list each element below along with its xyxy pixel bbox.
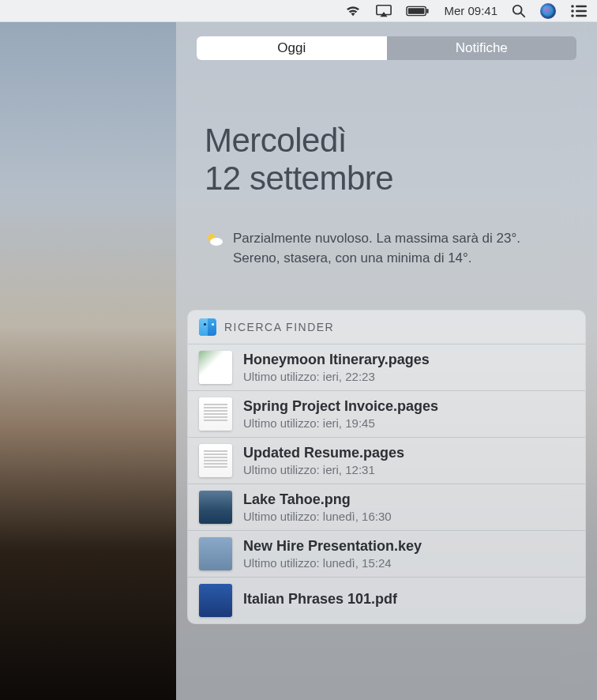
file-meta: Ultimo utilizzo: ieri, 12:31 <box>243 463 574 476</box>
file-meta: Ultimo utilizzo: lunedì, 16:30 <box>243 510 574 523</box>
svg-point-10 <box>571 14 574 17</box>
file-row[interactable]: Updated Resume.pages Ultimo utilizzo: ie… <box>188 437 585 484</box>
date-full: 12 settembre <box>205 160 569 198</box>
file-list: Honeymoon Itinerary.pages Ultimo utilizz… <box>188 344 585 623</box>
wifi-icon[interactable] <box>344 0 362 21</box>
svg-point-13 <box>210 238 223 246</box>
svg-rect-9 <box>576 9 587 11</box>
spotlight-search-icon[interactable] <box>512 0 526 21</box>
file-thumbnail-icon <box>199 491 232 524</box>
file-name: Italian Phrases 101.pdf <box>243 591 574 608</box>
tab-notifications[interactable]: Notifiche <box>387 36 577 60</box>
finder-icon <box>199 318 216 336</box>
file-name: New Hire Presentation.key <box>243 538 574 555</box>
svg-rect-2 <box>408 8 425 14</box>
airplay-icon[interactable] <box>376 0 392 21</box>
file-name: Honeymoon Itinerary.pages <box>243 352 574 368</box>
tab-today[interactable]: Oggi <box>197 36 387 60</box>
finder-search-widget: RICERCA FINDER Honeymoon Itinerary.pages… <box>187 310 586 624</box>
svg-point-8 <box>571 9 574 13</box>
file-row[interactable]: Honeymoon Itinerary.pages Ultimo utilizz… <box>188 344 585 390</box>
menubar: Mer 09:41 <box>0 0 597 22</box>
file-row[interactable]: Italian Phrases 101.pdf <box>188 577 585 623</box>
file-meta: Ultimo utilizzo: ieri, 19:45 <box>243 416 574 430</box>
file-row[interactable]: Spring Project Invoice.pages Ultimo util… <box>188 390 585 437</box>
file-name: Updated Resume.pages <box>243 445 574 461</box>
svg-rect-11 <box>576 14 587 16</box>
svg-point-6 <box>571 5 574 8</box>
file-thumbnail-icon <box>199 584 232 617</box>
file-meta: Ultimo utilizzo: ieri, 22:23 <box>243 370 574 383</box>
partly-cloudy-icon <box>205 230 225 250</box>
nc-tabs: Oggi Notifiche <box>197 36 576 60</box>
file-name: Lake Tahoe.png <box>243 491 574 508</box>
battery-icon[interactable] <box>406 0 430 21</box>
file-thumbnail-icon <box>199 444 232 477</box>
file-row[interactable]: New Hire Presentation.key Ultimo utilizz… <box>188 530 585 577</box>
widget-header: RICERCA FINDER <box>188 310 585 344</box>
svg-line-5 <box>521 13 525 17</box>
file-name: Spring Project Invoice.pages <box>243 398 574 415</box>
svg-rect-7 <box>576 5 587 6</box>
date-dayname: Mercoledì <box>205 122 569 160</box>
svg-rect-3 <box>427 9 429 13</box>
file-meta: Ultimo utilizzo: lunedì, 15:24 <box>243 556 574 570</box>
file-thumbnail-icon <box>199 397 232 431</box>
notification-center-panel: Oggi Notifiche Mercoledì 12 settembre Pa… <box>176 22 597 700</box>
notification-center-icon[interactable] <box>570 0 588 21</box>
date-header: Mercoledì 12 settembre <box>176 60 597 198</box>
siri-icon[interactable] <box>540 0 556 21</box>
file-thumbnail-icon <box>199 351 232 384</box>
weather-text: Parzialmente nuvoloso. La massima sarà d… <box>233 228 569 269</box>
widget-title: RICERCA FINDER <box>224 321 334 333</box>
menubar-datetime[interactable]: Mer 09:41 <box>444 0 498 21</box>
file-thumbnail-icon <box>199 537 232 570</box>
weather-widget[interactable]: Parzialmente nuvoloso. La massima sarà d… <box>176 198 597 269</box>
file-row[interactable]: Lake Tahoe.png Ultimo utilizzo: lunedì, … <box>188 484 585 530</box>
svg-point-4 <box>513 5 522 13</box>
